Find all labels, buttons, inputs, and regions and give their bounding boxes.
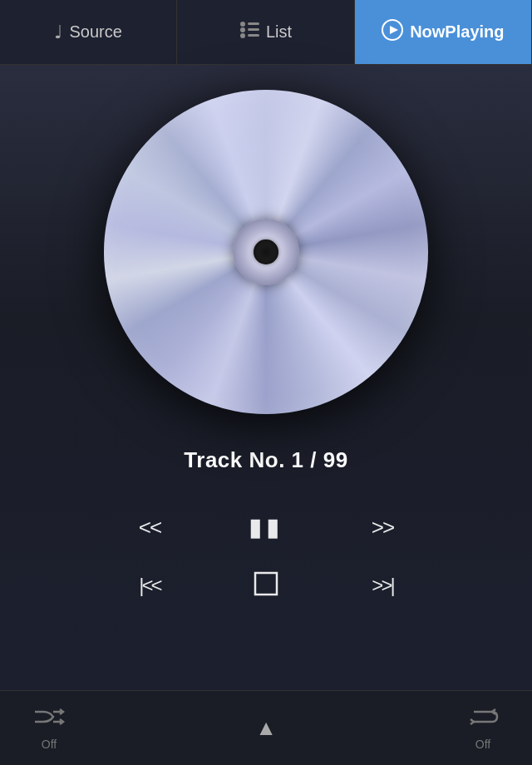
- top-controls-row: << ▮▮ >>: [125, 506, 407, 548]
- pause-icon: ▮▮: [249, 515, 283, 540]
- svg-marker-7: [390, 26, 398, 34]
- play-icon: [382, 19, 403, 46]
- bottom-bar: Off ▲ Off: [0, 690, 532, 765]
- previous-button[interactable]: |<<: [125, 565, 175, 606]
- track-info: Track No. 1 / 99: [184, 447, 347, 473]
- stop-icon: [252, 570, 280, 602]
- tab-nowplaying-label: NowPlaying: [410, 22, 504, 42]
- up-arrow-button[interactable]: ▲: [255, 715, 277, 741]
- list-icon: [239, 21, 259, 44]
- tab-nowplaying[interactable]: NowPlaying: [355, 0, 532, 64]
- shuffle-icon: [33, 705, 65, 734]
- shuffle-button[interactable]: Off: [33, 705, 65, 751]
- up-arrow-icon: ▲: [255, 715, 277, 740]
- rewind-button[interactable]: <<: [125, 506, 175, 548]
- svg-point-4: [240, 33, 245, 38]
- music-note-icon: ♩: [54, 22, 62, 43]
- cd-disc: [104, 90, 428, 414]
- main-content: Track No. 1 / 99 << ▮▮ >> |<< >>|: [0, 65, 532, 690]
- svg-point-2: [240, 27, 245, 32]
- tab-bar: ♩ Source List NowPlaying: [0, 0, 532, 65]
- repeat-button[interactable]: Off: [467, 705, 499, 751]
- pause-button[interactable]: ▮▮: [241, 506, 291, 548]
- next-button[interactable]: >>|: [357, 565, 407, 606]
- svg-rect-5: [248, 34, 259, 37]
- repeat-label: Off: [475, 738, 490, 751]
- svg-rect-1: [248, 22, 259, 25]
- stop-button[interactable]: [241, 565, 291, 606]
- svg-rect-3: [248, 28, 259, 31]
- tab-source-label: Source: [69, 22, 121, 42]
- rewind-icon: <<: [139, 516, 160, 538]
- svg-rect-8: [255, 573, 277, 595]
- shuffle-label: Off: [42, 738, 57, 751]
- repeat-icon: [467, 705, 499, 734]
- tab-list[interactable]: List: [177, 0, 354, 64]
- cd-reflection: [104, 90, 428, 414]
- tab-list-label: List: [266, 22, 292, 42]
- prev-icon: |<<: [139, 575, 160, 595]
- tab-source[interactable]: ♩ Source: [0, 0, 177, 64]
- forward-icon: >>: [372, 516, 393, 538]
- forward-button[interactable]: >>: [357, 506, 407, 548]
- bottom-controls-row: |<< >>|: [125, 565, 407, 606]
- svg-point-0: [240, 22, 245, 27]
- next-icon: >>|: [372, 575, 392, 595]
- cd-artwork: [104, 90, 428, 414]
